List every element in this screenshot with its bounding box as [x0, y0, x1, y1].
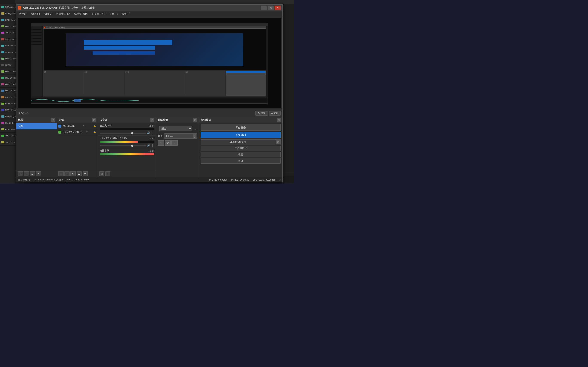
mixer-mic-name: 麦克风/Aux — [100, 124, 112, 127]
scene-panel-title: 场景 — [18, 118, 50, 122]
controls-panel-menu[interactable]: ⊟ — [277, 118, 281, 122]
scene-panel: 场景 ⊟ 场景 + − ▲ ▼ — [16, 117, 57, 177]
mixer-channel-mic: 麦克风/Aux -inf dB 🔊 ⋮ — [98, 123, 156, 136]
transition-delete-button[interactable]: 🗑 — [165, 140, 171, 145]
mixer-settings-button[interactable]: ⚙ — [99, 171, 104, 176]
transition-add-button[interactable]: + — [158, 140, 164, 145]
mixer-mic-slider[interactable] — [100, 133, 146, 134]
mixer-channels: 麦克风/Aux -inf dB 🔊 ⋮ — [98, 123, 156, 170]
mixer-action-row: ⚙ ⋮ — [98, 170, 156, 177]
menu-edit[interactable]: 编辑(E) — [29, 12, 42, 17]
source-add-button[interactable]: + — [59, 171, 64, 176]
mixer-app-speaker[interactable]: 🔊 — [147, 144, 150, 147]
obs-window: ● OBS 28.1.2 (64-bit, windows) - 配置文件: 未… — [16, 4, 283, 183]
no-source-label: 未选择源 — [18, 111, 28, 115]
mixer-mic-speaker[interactable]: 🔊 — [147, 131, 150, 134]
minimize-button[interactable]: ─ — [261, 6, 267, 10]
filters-button[interactable]: ≡ 滤镜 — [269, 111, 281, 116]
start-stream-button[interactable]: 开始直播 — [201, 124, 281, 131]
menu-tools[interactable]: 工具(T) — [107, 12, 119, 17]
source-item-audio[interactable]: 应用程序音频捕获 👁 🔒 — [57, 129, 98, 135]
virtual-cam-settings-button[interactable]: ⚙ — [276, 140, 280, 144]
source-panel-menu[interactable]: ⊟ — [92, 118, 96, 122]
mixer-app-slider[interactable] — [100, 145, 146, 146]
transition-panel-menu[interactable]: ⊟ — [193, 118, 197, 122]
menu-file[interactable]: 文件(F) — [17, 12, 29, 17]
panels-row: 场景 ⊟ 场景 + − ▲ ▼ 来源 ⊟ — [16, 117, 282, 177]
svg-rect-7 — [31, 98, 268, 103]
source-monitor-label: 显示器采集 — [63, 125, 75, 128]
mixer-app-dots[interactable]: ⋮ — [151, 144, 154, 147]
filter-icon: ≡ — [271, 112, 273, 115]
source-down-button[interactable]: ▼ — [83, 171, 88, 176]
monitor-source-icon — [59, 125, 61, 128]
live-status: LIVE: 00:00:00 — [209, 179, 227, 181]
menu-profile[interactable]: 配置文件(P) — [72, 12, 89, 17]
cpu-status: CPU: 3.2%, 30.00 fps — [252, 179, 275, 181]
mixer-panel-menu[interactable]: ⊟ — [150, 118, 154, 122]
source-item-monitor[interactable]: 显示器采集 👁 🔒 — [57, 123, 98, 129]
studio-mode-button[interactable]: 工作室模式 — [201, 145, 281, 151]
scene-add-button[interactable]: + — [18, 171, 23, 176]
transition-btn-row: + 🗑 ⋮ — [156, 140, 199, 146]
mixer-desktop-name: 桌面音频 — [100, 149, 109, 152]
scene-up-button[interactable]: ▲ — [30, 171, 35, 176]
scene-panel-header: 场景 ⊟ — [16, 117, 57, 123]
mixer-dots-button[interactable]: ⋮ — [105, 171, 111, 176]
virtual-cam-label: 启动虚拟摄像机 — [201, 141, 275, 144]
menu-help[interactable]: 帮助(H) — [120, 12, 132, 17]
status-expand-icon[interactable]: ⊞ — [279, 178, 281, 181]
close-button[interactable]: ✕ — [275, 6, 281, 10]
scene-down-button[interactable]: ▼ — [36, 171, 41, 176]
obs-preview-content: OBS 28.1.2 (64-bit, windows) — [18, 18, 281, 108]
mixer-channel-desktop: 桌面音频 0.0 dB — [98, 148, 156, 157]
duration-up-button[interactable]: ▲ — [193, 134, 196, 136]
duration-value: 300 ms — [165, 135, 193, 137]
mixer-mic-dots[interactable]: ⋮ — [151, 131, 154, 134]
window-controls: ─ □ ✕ — [261, 6, 281, 10]
source-audio-lock-icon[interactable]: 🔒 — [94, 131, 96, 134]
scene-panel-menu[interactable]: ⊟ — [51, 118, 55, 122]
transition-content: 渐变 ⌄ 时长 300 ms ▲ ▼ — [156, 123, 199, 177]
rec-indicator — [231, 179, 233, 181]
properties-button[interactable]: ⚙ 属性 — [255, 111, 268, 116]
menu-view[interactable]: 视图(V) — [42, 12, 54, 17]
source-eye-icon[interactable]: 👁 — [83, 125, 86, 128]
scene-delete-button[interactable]: − — [24, 171, 29, 176]
studio-mode-label: 工作室模式 — [235, 147, 247, 150]
live-indicator — [209, 179, 211, 181]
transition-dots-button[interactable]: ⋮ — [172, 140, 178, 145]
scene-item-1[interactable]: 场景 — [16, 123, 57, 129]
duration-label: 时长 — [158, 134, 163, 138]
start-record-button[interactable]: 开始录制 — [201, 132, 281, 138]
mixer-app-db: 0.0 dB — [148, 137, 154, 140]
transition-type-select[interactable]: 渐变 — [159, 126, 192, 131]
maximize-button[interactable]: □ — [268, 6, 274, 10]
preview-nested-screen: OBS 28.1.2 (64-bit, windows) — [31, 23, 268, 104]
source-lock-icon[interactable]: 🔒 — [94, 125, 96, 128]
source-delete-button[interactable]: − — [64, 171, 70, 176]
obs-source-bar: 未选择源 ⚙ 属性 ≡ 滤镜 — [16, 109, 282, 117]
exit-button[interactable]: 退出 — [201, 158, 281, 164]
settings-button[interactable]: 设置 — [201, 152, 281, 157]
mixer-panel-title: 混音器 — [100, 118, 149, 122]
duration-down-button[interactable]: ▼ — [193, 136, 196, 138]
save-path-label: 保存录像到 'C:/Users/yutr/OneDrive/桌面/2023-01… — [18, 178, 206, 181]
obs-preview: OBS 28.1.2 (64-bit, windows) — [18, 18, 281, 108]
transition-panel-title: 转场特效 — [158, 118, 192, 122]
menu-dockwindow[interactable]: 停靠窗口(D) — [54, 12, 72, 17]
source-action-row: + − ⚙ ▲ ▼ — [57, 170, 98, 177]
transition-expand-icon[interactable]: ⌄ — [194, 127, 197, 130]
source-up-button[interactable]: ▲ — [77, 171, 82, 176]
source-panel-header: 来源 ⊟ — [57, 117, 98, 123]
mixer-desktop-level — [100, 153, 146, 155]
source-audio-eye-icon[interactable]: 👁 — [86, 131, 89, 134]
obs-menubar: 文件(F) 编辑(E) 视图(V) 停靠窗口(D) 配置文件(P) 场景集合(S… — [16, 11, 282, 17]
menu-scene-collection[interactable]: 场景集合(S) — [90, 12, 107, 17]
mixer-desktop-bar — [100, 153, 154, 155]
scene-action-row: + − ▲ ▼ — [16, 170, 57, 177]
mixer-panel: 混音器 ⊟ 麦克风/Aux -inf dB — [98, 117, 156, 177]
source-settings-button[interactable]: ⚙ — [70, 171, 76, 176]
settings-label: 设置 — [238, 153, 243, 156]
live-label: LIVE: — [211, 179, 217, 181]
